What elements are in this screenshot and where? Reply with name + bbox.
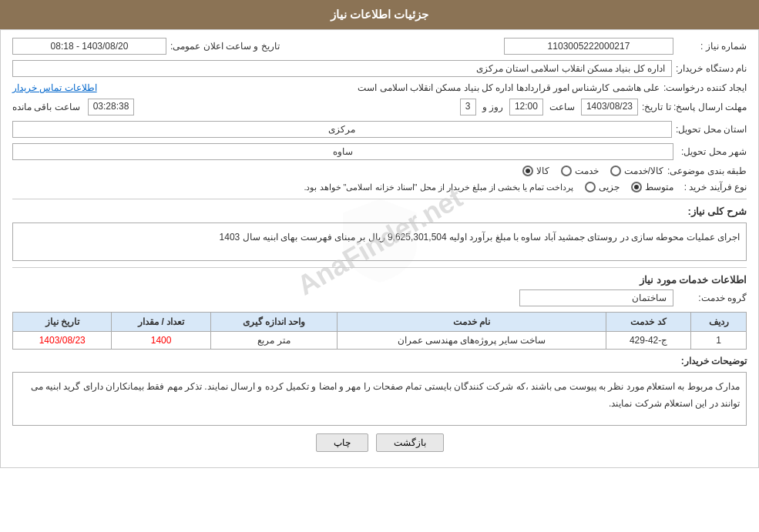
buyer-label: نام دستگاه خریدار: [676, 63, 747, 74]
category-option-kala: کالا [522, 166, 549, 176]
category-label-khadamat: خدمت [575, 166, 599, 176]
need-number-label: شماره نیاز : [677, 41, 747, 52]
buyer-notes-value: مدارک مربوط به استعلام مورد نظر به پیوست… [12, 372, 747, 426]
table-row: 1 ج-42-429 ساخت سایر پروژه‌های مهندسی عم… [13, 332, 747, 350]
col-quantity: تعداد / مقدار [112, 313, 210, 332]
col-service-name: نام خدمت [338, 313, 606, 332]
print-button[interactable]: چاپ [316, 433, 368, 452]
col-row-num: ردیف [691, 313, 747, 332]
deadline-days: 3 [460, 99, 476, 115]
service-group-value: ساختمان [519, 289, 673, 306]
category-label: طبقه بندی موضوعی: [667, 166, 747, 176]
main-content: شماره نیاز : 1103005222000217 تاریخ و سا… [0, 29, 759, 468]
category-radio-khadamat[interactable] [561, 166, 572, 176]
category-radio-group: کالا/خدمت خدمت کالا [522, 166, 663, 176]
back-button[interactable]: بازگشت [376, 433, 444, 452]
deadline-time: 12:00 [509, 99, 543, 115]
cell-row-num: 1 [691, 332, 747, 350]
watermark-shield [334, 195, 426, 289]
process-radio-group: متوسط جزیی [585, 182, 673, 192]
row-service-group: گروه خدمت: ساختمان [12, 289, 747, 306]
contact-link[interactable]: اطلاعات تماس خریدار [12, 82, 97, 93]
services-table: ردیف کد خدمت نام خدمت واحد اندازه گیری ت… [12, 312, 747, 350]
category-option-kala-khadamat: کالا/خدمت [610, 166, 663, 176]
description-label: شرح کلی نیاز: [677, 206, 747, 217]
deadline-time-label: ساعت [549, 102, 575, 112]
province-label: استان محل تحویل: [676, 124, 747, 135]
province-value: مرکزی [12, 121, 672, 138]
process-option-motavaset: متوسط [631, 182, 673, 192]
col-service-code: کد خدمت [606, 313, 691, 332]
row-province: استان محل تحویل: مرکزی [12, 121, 747, 138]
row-buyer: نام دستگاه خریدار: اداره کل بنیاد مسکن ا… [12, 60, 747, 77]
row-process: نوع فرآیند خرید : متوسط جزیی پرداخت تمام… [12, 182, 747, 192]
buyer-notes-label: توضیحات خریدار: [677, 356, 747, 366]
process-label-motavaset: متوسط [645, 182, 673, 192]
page-header: جزئیات اطلاعات نیاز [0, 0, 759, 29]
process-radio-jozyi[interactable] [585, 182, 596, 192]
buttons-row: بازگشت چاپ [12, 433, 747, 452]
row-need-number: شماره نیاز : 1103005222000217 تاریخ و سا… [12, 38, 747, 55]
page-container: جزئیات اطلاعات نیاز شماره نیاز : 1103005… [0, 0, 759, 532]
category-label-kala-khadamat: کالا/خدمت [624, 166, 663, 176]
deadline-label: مهلت ارسال پاسخ: تا تاریخ: [642, 102, 747, 112]
row-category: طبقه بندی موضوعی: کالا/خدمت خدمت کالا [12, 166, 747, 176]
need-number-value: 1103005222000217 [504, 38, 673, 55]
cell-unit: متر مربع [210, 332, 337, 350]
buyer-value: اداره کل بنیاد مسکن انقلاب اسلامی استان … [12, 60, 672, 77]
cell-service-name: ساخت سایر پروژه‌های مهندسی عمران [338, 332, 606, 350]
col-date: تاریخ نیاز [13, 313, 112, 332]
deadline-remaining-label: ساعت باقی مانده [12, 102, 80, 112]
date-label: تاریخ و ساعت اعلان عمومی: [170, 41, 280, 52]
service-group-label: گروه خدمت: [677, 293, 747, 303]
creator-label: ایجاد کننده درخواست: [663, 82, 747, 93]
category-option-khadamat: خدمت [561, 166, 599, 176]
city-value: ساوه [12, 143, 673, 160]
cell-quantity: 1400 [112, 332, 210, 350]
row-deadline: مهلت ارسال پاسخ: تا تاریخ: 1403/08/23 سا… [12, 99, 747, 115]
process-label: نوع فرآیند خرید : [677, 182, 747, 192]
date-value: 1403/08/20 - 08:18 [12, 38, 166, 55]
deadline-days-label: روز و [482, 102, 503, 112]
creator-value: علی هاشمی کارشناس امور قراردادها اداره ک… [105, 82, 660, 93]
description-container: AnaFinder.net اجرای عملیات محوطه سازی در… [12, 223, 747, 261]
cell-date: 1403/08/23 [13, 332, 112, 350]
category-radio-kala[interactable] [522, 166, 533, 176]
process-label-jozyi: جزیی [599, 182, 620, 192]
deadline-date: 1403/08/23 [581, 99, 638, 115]
row-notes-label: توضیحات خریدار: [12, 356, 747, 366]
row-creator: ایجاد کننده درخواست: علی هاشمی کارشناس ا… [12, 82, 747, 93]
row-city: شهر محل تحویل: ساوه [12, 143, 747, 160]
process-radio-motavaset[interactable] [631, 182, 642, 192]
process-note: پرداخت تمام یا بخشی از مبلغ خریدار از مح… [304, 182, 573, 192]
process-option-jozyi: جزیی [585, 182, 620, 192]
deadline-remaining: 03:28:38 [88, 99, 135, 115]
city-label: شهر محل تحویل: [677, 146, 747, 157]
cell-service-code: ج-42-429 [606, 332, 691, 350]
category-label-kala: کالا [536, 166, 549, 176]
page-title: جزئیات اطلاعات نیاز [331, 8, 428, 21]
table-header-row: ردیف کد خدمت نام خدمت واحد اندازه گیری ت… [13, 313, 747, 332]
col-unit: واحد اندازه گیری [210, 313, 337, 332]
category-radio-kala-khadamat[interactable] [610, 166, 621, 176]
